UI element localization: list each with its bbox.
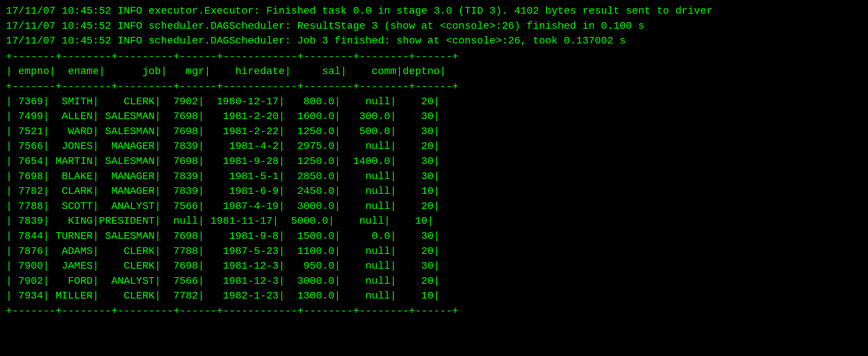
table-header: | empno| ename| job| mgr| hiredate| sal|… — [6, 66, 446, 77]
table-row: | 7839| KING|PRESIDENT| null| 1981-11-17… — [6, 215, 433, 227]
table-row: | 7369| SMITH| CLERK| 7902| 1980-12-17| … — [6, 96, 440, 107]
table-row: | 7499| ALLEN| SALESMAN| 7698| 1981-2-20… — [6, 111, 440, 122]
table-row: | 7788| SCOTT| ANALYST| 7566| 1987-4-19|… — [6, 200, 440, 212]
table-row: | 7902| FORD| ANALYST| 7566| 1981-12-3| … — [6, 275, 440, 287]
table-row: | 7654| MARTIN| SALESMAN| 7698| 1981-9-2… — [6, 156, 440, 167]
log-line-2: 17/11/07 10:45:52 INFO scheduler.DAGSche… — [6, 19, 862, 34]
table-row: | 7698| BLAKE| MANAGER| 7839| 1981-5-1| … — [6, 171, 440, 182]
log-line-1: 17/11/07 10:45:52 INFO executor.Executor… — [6, 4, 862, 19]
table-row: | 7844| TURNER| SALESMAN| 7698| 1981-9-8… — [6, 230, 440, 242]
table-row: | 7782| CLARK| MANAGER| 7839| 1981-6-9| … — [6, 185, 440, 197]
table-top-separator: +-------+--------+---------+------+-----… — [6, 51, 459, 62]
table-header-separator: +-------+--------+---------+------+-----… — [6, 81, 459, 92]
table-row: | 7934| MILLER| CLERK| 7782| 1982-1-23| … — [6, 290, 440, 301]
table-output: +-------+--------+---------+------+-----… — [6, 49, 862, 319]
log-line-3: 17/11/07 10:45:52 INFO scheduler.DAGSche… — [6, 34, 862, 49]
table-row: | 7566| JONES| MANAGER| 7839| 1981-4-2| … — [6, 140, 440, 152]
table-row: | 7900| JAMES| CLERK| 7698| 1981-12-3| 9… — [6, 260, 440, 272]
table-row: | 7521| WARD| SALESMAN| 7698| 1981-2-22|… — [6, 126, 440, 137]
table-row: | 7876| ADAMS| CLERK| 7788| 1987-5-23| 1… — [6, 245, 440, 257]
table-bottom-separator: +-------+--------+---------+------+-----… — [6, 305, 459, 317]
